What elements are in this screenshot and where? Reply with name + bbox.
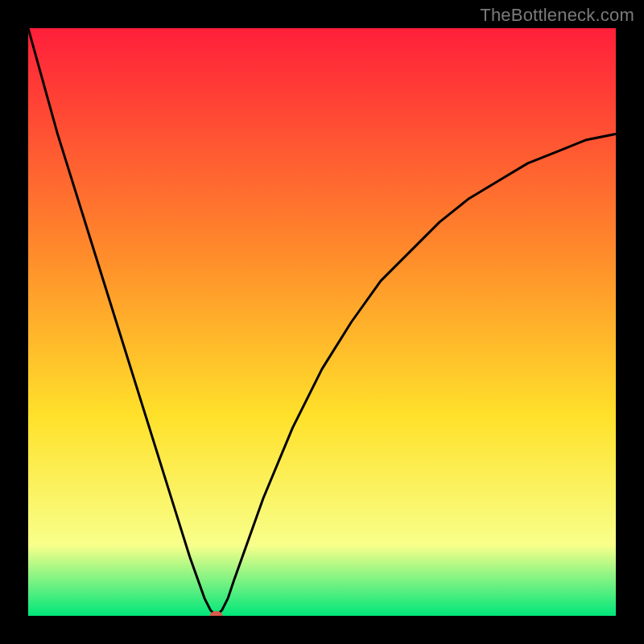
chart-frame (28, 28, 616, 616)
watermark-text: TheBottleneck.com (480, 5, 634, 26)
bottleneck-chart (28, 28, 616, 616)
